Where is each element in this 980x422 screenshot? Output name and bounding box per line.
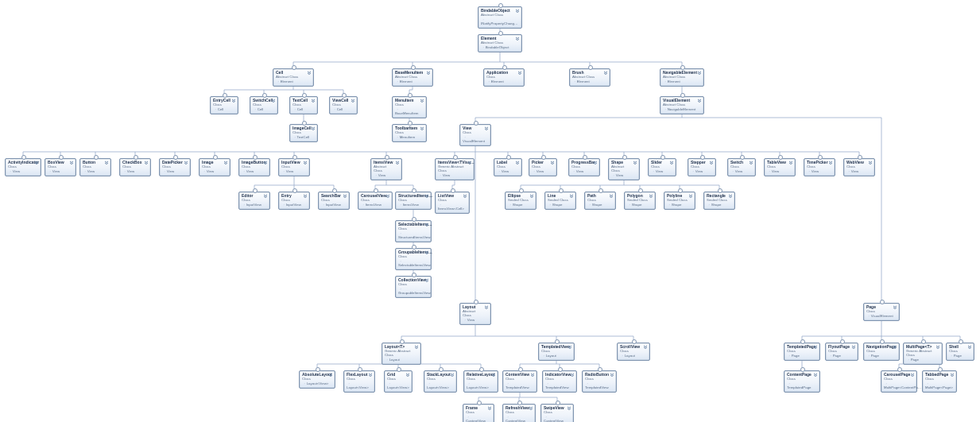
class-node-baseMenuItem[interactable]: BaseMenuItemAbstract ClassElement [392, 68, 433, 87]
class-node-progressBar[interactable]: ProgressBarClassView [568, 158, 600, 176]
expand-icon[interactable] [311, 126, 316, 130]
class-node-relativeLayout[interactable]: RelativeLayoutClassLayout<View> [463, 370, 498, 393]
class-node-menuItem[interactable]: MenuItemClassBaseMenuItem [392, 96, 427, 118]
expand-icon[interactable] [893, 305, 897, 309]
class-node-visualElement[interactable]: VisualElementAbstract ClassNavigableElem… [660, 96, 704, 114]
expand-icon[interactable] [487, 406, 492, 410]
expand-icon[interactable] [414, 345, 419, 349]
expand-icon[interactable] [567, 345, 572, 349]
expand-icon[interactable] [420, 99, 424, 103]
expand-icon[interactable] [467, 161, 472, 165]
class-node-bindableObject[interactable]: BindableObjectAbstract ClassINotifyPrope… [478, 6, 522, 29]
expand-icon[interactable] [851, 345, 856, 349]
expand-icon[interactable] [303, 194, 308, 198]
expand-icon[interactable] [368, 373, 373, 377]
expand-icon[interactable] [669, 161, 674, 165]
class-node-application[interactable]: ApplicationClassElement [483, 68, 525, 87]
class-node-element[interactable]: ElementAbstract ClassBindableObject [478, 34, 522, 52]
class-node-multiPageT[interactable]: MultiPage<T>Generic Abstract ClassPage [903, 343, 943, 365]
expand-icon[interactable] [828, 161, 833, 165]
expand-icon[interactable] [303, 161, 308, 165]
expand-icon[interactable] [709, 161, 714, 165]
expand-icon[interactable] [328, 373, 333, 377]
expand-icon[interactable] [593, 161, 598, 165]
class-node-indicatorView[interactable]: IndicatorViewClassTemplatedView [542, 370, 577, 393]
class-node-slider[interactable]: SliderClassView [648, 158, 676, 176]
class-node-imageCell[interactable]: ImageCellClassTextCell [289, 124, 318, 142]
expand-icon[interactable] [910, 373, 915, 377]
class-node-grid[interactable]: GridClassLayout<View> [384, 370, 413, 393]
expand-icon[interactable] [231, 99, 236, 103]
class-node-label[interactable]: LabelClassView [494, 158, 522, 176]
class-node-picker[interactable]: PickerClassView [529, 158, 557, 176]
expand-icon[interactable] [426, 71, 431, 75]
expand-icon[interactable] [491, 373, 496, 377]
expand-icon[interactable] [271, 99, 276, 103]
expand-icon[interactable] [484, 126, 489, 130]
class-node-absoluteLayout[interactable]: AbsoluteLayoutClassLayout<View> [299, 370, 335, 389]
class-node-swipeView[interactable]: SwipeViewClassContentView [540, 404, 574, 422]
expand-icon[interactable] [530, 373, 535, 377]
expand-icon[interactable] [517, 71, 522, 75]
expand-icon[interactable] [603, 71, 608, 75]
expand-icon[interactable] [424, 250, 429, 254]
expand-icon[interactable] [424, 278, 429, 282]
class-node-inputView[interactable]: InputViewClassView [278, 158, 310, 176]
class-node-textCell[interactable]: TextCellClassCell [289, 96, 318, 114]
expand-icon[interactable] [728, 194, 733, 198]
class-node-switch[interactable]: SwitchClassView [727, 158, 756, 176]
class-node-polyline[interactable]: PolylineSealed ClassShape [664, 192, 695, 210]
class-node-templatedPage[interactable]: TemplatedPageClassPage [784, 343, 820, 361]
expand-icon[interactable] [788, 161, 793, 165]
expand-icon[interactable] [567, 406, 571, 410]
expand-icon[interactable] [633, 161, 637, 165]
class-node-shell[interactable]: ShellClassPage [946, 343, 974, 361]
expand-icon[interactable] [420, 126, 424, 130]
expand-icon[interactable] [688, 194, 693, 198]
expand-icon[interactable] [144, 161, 149, 165]
class-node-stepper[interactable]: StepperClassView [688, 158, 716, 176]
class-node-itemsView[interactable]: ItemsViewAbstract ClassView [370, 158, 402, 180]
class-node-editor[interactable]: EditorClassInputView [238, 192, 270, 210]
expand-icon[interactable] [749, 161, 753, 165]
class-node-page[interactable]: PageClassVisualElement [863, 303, 900, 321]
class-node-scrollView[interactable]: ScrollViewClassLayout [617, 343, 650, 361]
expand-icon[interactable] [351, 99, 355, 103]
class-node-contentPage[interactable]: ContentPageClassTemplatedPage [784, 370, 820, 393]
class-node-button[interactable]: ButtonClassView [79, 158, 111, 176]
class-node-collectionView[interactable]: CollectionViewClassGroupableItemsView [395, 276, 432, 298]
class-node-datePicker[interactable]: DatePickerClassView [159, 158, 191, 176]
class-node-listView[interactable]: ListViewClassItemsView<Cell> [435, 192, 470, 214]
class-node-tableView[interactable]: TableViewClassView [764, 158, 796, 176]
expand-icon[interactable] [868, 161, 873, 165]
expand-icon[interactable] [263, 194, 268, 198]
expand-icon[interactable] [570, 373, 575, 377]
expand-icon[interactable] [223, 161, 228, 165]
expand-icon[interactable] [529, 194, 534, 198]
class-node-selectableItems[interactable]: SelectableItems…ClassStructuredItemsView [395, 220, 432, 242]
expand-icon[interactable] [610, 373, 614, 377]
expand-icon[interactable] [935, 345, 940, 349]
expand-icon[interactable] [385, 194, 390, 198]
class-node-layout[interactable]: LayoutAbstract ClassView [459, 303, 491, 325]
class-node-templatedView[interactable]: TemplatedViewClassLayout [538, 343, 575, 361]
expand-icon[interactable] [950, 373, 955, 377]
class-node-boxView[interactable]: BoxViewClassView [45, 158, 76, 176]
expand-icon[interactable] [697, 99, 702, 103]
class-node-refreshView[interactable]: RefreshViewClassContentView [502, 404, 536, 422]
class-node-line[interactable]: LineSealed ClassShape [544, 192, 576, 210]
expand-icon[interactable] [395, 161, 400, 165]
class-node-entry[interactable]: EntryClassInputView [278, 192, 310, 210]
class-node-flyoutPage[interactable]: FlyoutPageClassPage [825, 343, 858, 361]
class-node-layoutT[interactable]: Layout<T>Generic Abstract ClassLayout [382, 343, 421, 365]
expand-icon[interactable] [34, 161, 39, 165]
class-node-navigationPage[interactable]: NavigationPageClassPage [863, 343, 900, 361]
expand-icon[interactable] [550, 161, 555, 165]
expand-icon[interactable] [484, 305, 489, 309]
class-node-view[interactable]: ViewClassVisualElement [459, 124, 491, 146]
expand-icon[interactable] [424, 194, 429, 198]
expand-icon[interactable] [104, 161, 109, 165]
expand-icon[interactable] [424, 223, 429, 226]
class-node-tabbedPage[interactable]: TabbedPageClassMultiPage<Page> [922, 370, 957, 393]
expand-icon[interactable] [311, 99, 316, 103]
